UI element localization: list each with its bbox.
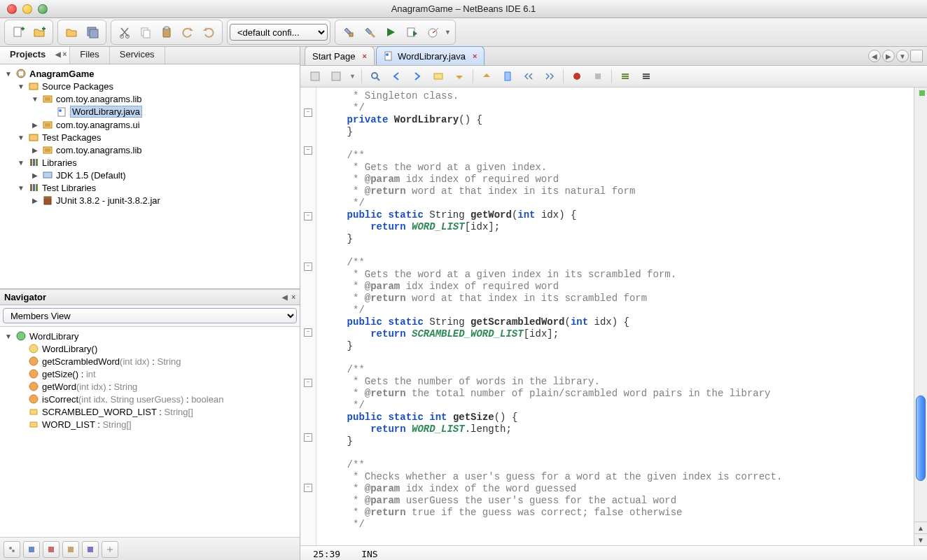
projects-tree[interactable]: ▼ AnagramGame ▼ Source Packages ▼ com.to… [0, 64, 300, 288]
comment-icon[interactable] [618, 69, 633, 84]
disclose-icon[interactable]: ▶ [31, 121, 39, 129]
filter-icon[interactable] [102, 541, 118, 558]
new-file-icon[interactable] [9, 23, 27, 41]
shift-left-icon[interactable] [521, 69, 536, 84]
profile-icon[interactable] [424, 23, 442, 41]
code-editor[interactable]: * Singleton class. */ private WordLibrar… [316, 88, 914, 545]
navigator-view-select[interactable]: Members View [3, 308, 297, 323]
nav-constructor[interactable]: WordLibrary() [3, 342, 297, 355]
find-icon[interactable] [368, 69, 383, 84]
filter-icon[interactable] [82, 541, 99, 558]
fold-gutter[interactable]: − − − − − − − − [300, 88, 316, 545]
tab-services[interactable]: Services [110, 47, 165, 64]
save-all-icon[interactable] [83, 23, 102, 41]
scroll-up-icon[interactable]: ▲ [914, 522, 927, 534]
history-view-icon[interactable] [328, 69, 344, 84]
tree-package-lib[interactable]: ▼ com.toy.anagrams.lib [3, 92, 297, 105]
filter-icon[interactable] [4, 541, 20, 558]
disclose-icon[interactable]: ▼ [17, 134, 25, 141]
tree-test-libraries[interactable]: ▼ Test Libraries [3, 181, 297, 194]
nav-method-getword[interactable]: getWord(int idx) : String [3, 380, 297, 393]
tab-files[interactable]: Files [70, 47, 109, 64]
filter-icon[interactable] [23, 541, 40, 558]
tab-wordlibrary[interactable]: WordLibrary.java × [376, 46, 485, 65]
tree-test-packages[interactable]: ▼ Test Packages [3, 131, 297, 144]
debug-icon[interactable] [403, 23, 421, 41]
tree-source-packages[interactable]: ▼ Source Packages [3, 80, 297, 92]
highlight-icon[interactable] [431, 69, 446, 84]
clean-build-icon[interactable] [361, 23, 379, 41]
dropdown-icon[interactable]: ▼ [896, 50, 909, 62]
redo-icon[interactable] [200, 23, 218, 41]
new-project-icon[interactable] [30, 23, 48, 41]
svg-rect-48 [385, 52, 391, 60]
window-zoom-button[interactable] [38, 4, 48, 14]
navigator-controls[interactable]: ◀ × [282, 293, 295, 301]
nav-method-getsize[interactable]: getSize() : int [3, 368, 297, 380]
svg-rect-30 [33, 184, 35, 191]
disclose-icon[interactable]: ▼ [17, 159, 25, 167]
run-config-select[interactable]: <default confi... [230, 24, 328, 41]
tree-label: Test Libraries [42, 183, 96, 193]
tree-jdk[interactable]: ▶ JDK 1.5 (Default) [3, 169, 297, 181]
prev-icon[interactable] [389, 69, 404, 84]
copy-icon[interactable] [137, 23, 155, 41]
tree-test-package-lib[interactable]: ▶ com.toy.anagrams.lib [3, 144, 297, 156]
svg-point-39 [29, 395, 38, 403]
nav-field-word-list[interactable]: WORD_LIST : String[] [3, 418, 297, 430]
tree-libraries[interactable]: ▼ Libraries [3, 156, 297, 169]
shift-right-icon[interactable] [542, 69, 557, 84]
scroll-down-icon[interactable]: ▼ [914, 534, 927, 545]
vertical-scrollbar[interactable]: ▲ ▼ [914, 88, 927, 545]
close-icon[interactable]: × [473, 52, 477, 60]
window-close-button[interactable] [7, 4, 17, 14]
nav-method-iscorrect[interactable]: isCorrect(int idx, String userGuess) : b… [3, 393, 297, 405]
run-icon[interactable] [382, 23, 400, 41]
navigator-tree[interactable]: ▼ WordLibrary WordLibrary() getScrambled… [0, 327, 300, 537]
filter-icon[interactable] [62, 541, 79, 558]
paste-icon[interactable] [158, 23, 176, 41]
source-view-icon[interactable] [307, 69, 323, 84]
disclose-icon[interactable]: ▶ [31, 172, 39, 179]
toggle-bookmark-icon[interactable] [500, 69, 515, 84]
prev-bookmark-icon[interactable] [452, 69, 467, 84]
disclose-icon[interactable]: ▼ [4, 332, 13, 340]
scroll-left-icon[interactable]: ◀ [868, 50, 881, 62]
next-icon[interactable] [410, 69, 425, 84]
nav-method-getscrambledword[interactable]: getScrambledWord(int idx) : String [3, 355, 297, 368]
svg-point-37 [29, 370, 38, 378]
macro-record-icon[interactable] [569, 69, 585, 84]
maximize-icon[interactable] [910, 50, 923, 62]
open-project-icon[interactable] [62, 23, 81, 41]
separator [473, 69, 473, 83]
disclose-icon[interactable]: ▶ [31, 197, 39, 204]
disclose-icon[interactable]: ▼ [17, 184, 25, 192]
filter-icon[interactable] [43, 541, 60, 558]
scroll-right-icon[interactable]: ▶ [882, 50, 895, 62]
tab-projects[interactable]: Projects ◀ × [0, 47, 70, 64]
disclose-icon[interactable]: ▼ [4, 70, 13, 78]
tree-package-ui[interactable]: ▶ com.toy.anagrams.ui [3, 118, 297, 131]
nav-field-scrambled-list[interactable]: SCRAMBLED_WORD_LIST : String[] [3, 405, 297, 418]
nav-class[interactable]: ▼ WordLibrary [3, 330, 297, 342]
build-icon[interactable] [340, 23, 358, 41]
undo-icon[interactable] [179, 23, 197, 41]
uncomment-icon[interactable] [639, 69, 654, 84]
disclose-icon[interactable]: ▼ [17, 83, 25, 90]
macro-stop-icon[interactable] [590, 69, 606, 84]
disclose-icon[interactable]: ▼ [31, 95, 39, 103]
next-bookmark-icon[interactable] [479, 69, 494, 84]
scrollbar-thumb[interactable] [916, 396, 926, 481]
svg-rect-45 [48, 547, 54, 552]
svg-point-36 [29, 357, 38, 365]
tree-junit-jar[interactable]: ▶ JUnit 3.8.2 - junit-3.8.2.jar [3, 194, 297, 206]
close-icon[interactable]: × [362, 52, 366, 60]
window-minimize-button[interactable] [22, 4, 32, 14]
minimize-icon[interactable]: ◀ × [55, 50, 67, 58]
nav-member-label: SCRAMBLED_WORD_LIST : String[] [42, 407, 193, 417]
disclose-icon[interactable]: ▶ [31, 146, 39, 154]
tree-file-wordlibrary[interactable]: WordLibrary.java [3, 105, 297, 118]
tree-project-root[interactable]: ▼ AnagramGame [3, 67, 297, 80]
cut-icon[interactable] [116, 23, 134, 41]
tab-start-page[interactable]: Start Page × [305, 46, 375, 65]
